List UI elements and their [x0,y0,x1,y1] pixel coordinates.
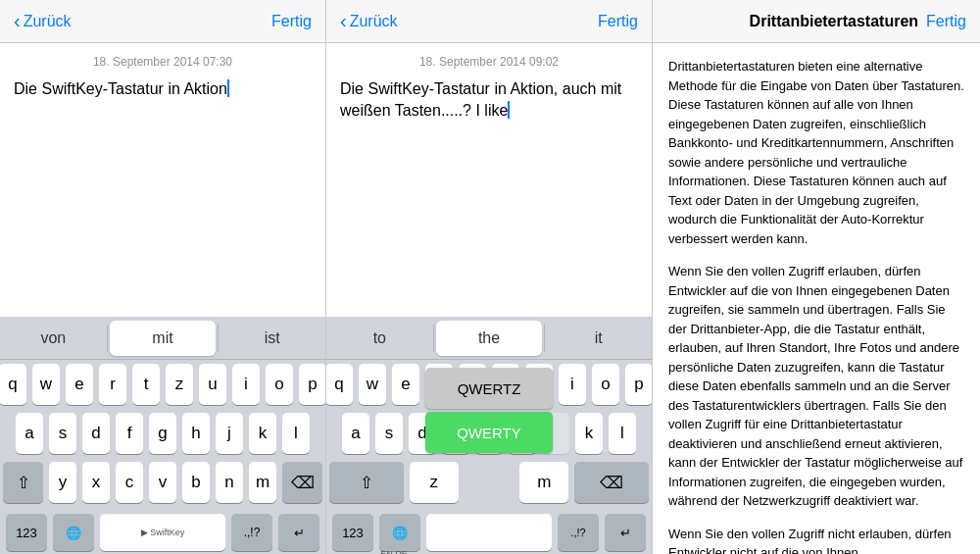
space-key-left[interactable]: ▶ SwiftKey [100,514,225,551]
suggestions-bar-left: von mit ist [0,317,325,360]
shift-key-left[interactable]: ⇧ [3,462,43,503]
key-row-1-left: q w e r t z u i o p [3,364,322,405]
key-m-p[interactable]: p [625,364,653,405]
return-key-middle[interactable]: ↵ [605,514,646,551]
numbers-key-middle[interactable]: 123 [332,514,373,551]
key-x[interactable]: x [82,462,110,503]
done-button-middle[interactable]: Fertig [598,13,638,30]
punct-key-left[interactable]: .,!? [231,514,272,551]
keyboard-rows-left: q w e r t z u i o p a s d f g h j k l [0,360,325,503]
note-text-left: Die SwiftKey-Tastatur in Aktion [14,78,312,100]
key-i[interactable]: i [232,364,260,405]
bottom-bar-left: 123 🌐 ▶ SwiftKey .,!? ↵ [0,511,325,554]
key-v[interactable]: v [149,462,176,503]
key-e[interactable]: e [66,364,93,405]
paragraph-2: Wenn Sie den vollen Zugriff erlauben, dü… [668,262,964,511]
globe-key-middle[interactable]: 🌐 EN DE ▶ SwiftKey [379,514,420,551]
key-m-o[interactable]: o [592,364,619,405]
punct-key-middle[interactable]: .,!? [558,514,599,551]
key-f[interactable]: f [116,413,143,454]
key-k[interactable]: k [249,413,276,454]
swiftkey-logo-left: ▶ SwiftKey [141,528,185,537]
return-key-left[interactable]: ↵ [278,514,319,551]
key-w[interactable]: w [32,364,60,405]
key-m-k[interactable]: k [575,413,603,454]
note-text-middle: Die SwiftKey-Tastatur in Aktion, auch mi… [340,78,638,123]
suggestion-it[interactable]: it [545,317,652,359]
key-a[interactable]: a [16,413,43,454]
suggestion-to[interactable]: to [326,317,433,359]
key-z[interactable]: z [166,364,193,405]
panel-right: Drittanbietertastaturen Fertig Drittanbi… [653,0,980,554]
key-c[interactable]: c [116,462,143,503]
content-area-left: 18. September 2014 07:30 Die SwiftKey-Ta… [0,43,325,317]
done-button-right[interactable]: Fertig [926,13,966,30]
key-h[interactable]: h [182,413,210,454]
globe-key-left[interactable]: 🌐 [53,514,94,551]
key-m-z[interactable]: z [410,462,459,503]
key-m-x[interactable]: m [519,462,568,503]
key-n[interactable]: n [216,462,243,503]
right-content: Drittanbietertastaturen bieten eine alte… [653,43,980,554]
key-g[interactable]: g [149,413,176,454]
key-row-3-left: ⇧ y x c v b n m ⌫ [3,462,322,503]
paragraph-1: Drittanbietertastaturen bieten eine alte… [668,57,964,248]
divider-middle-1 [433,325,434,352]
content-area-middle: 18. September 2014 09:02 Die SwiftKey-Ta… [326,43,652,317]
key-r[interactable]: r [99,364,126,405]
panel-left: ‹ Zurück Fertig 18. September 2014 07:30… [0,0,326,554]
key-m-s[interactable]: s [375,413,403,454]
key-m-q[interactable]: q [326,364,353,405]
nav-bar-left: ‹ Zurück Fertig [0,0,325,43]
key-j[interactable]: j [216,413,243,454]
keyboard-left: von mit ist q w e r t z u i o p [0,317,325,554]
key-m-e[interactable]: e [392,364,419,405]
keyboard-rows-middle: q w e r t y u i o p a s d f g h k l [326,360,652,503]
key-m-l[interactable]: l [609,413,636,454]
delete-key-left[interactable]: ⌫ [282,462,322,503]
back-button-left[interactable]: ‹ Zurück [14,10,72,32]
shift-key-middle[interactable]: ⇧ [329,462,404,503]
lang-qwerty[interactable]: QWERTY [425,412,553,453]
lang-en-de: EN DE ▶ SwiftKey [380,549,418,554]
key-u[interactable]: u [199,364,226,405]
page-title-right: Drittanbietertastaturen [750,13,918,30]
suggestion-mit[interactable]: mit [110,321,217,356]
back-button-middle[interactable]: ‹ Zurück [340,10,398,32]
paragraph-3: Wenn Sie den vollen Zugriff nicht erlaub… [668,525,964,555]
nav-bar-middle: ‹ Zurück Fertig [326,0,652,43]
suggestion-ist[interactable]: ist [219,317,325,359]
key-m[interactable]: m [249,462,276,503]
suggestion-the[interactable]: the [436,321,543,356]
key-q[interactable]: q [0,364,26,405]
delete-key-middle[interactable]: ⌫ [574,462,649,503]
chevron-middle-icon: ‹ [340,10,347,32]
back-label-left: Zurück [24,13,72,30]
key-row-3-middle: ⇧ z QWERTZ QWERTY m ⌫ [329,462,649,503]
numbers-key-left[interactable]: 123 [6,514,47,551]
done-button-left[interactable]: Fertig [271,13,312,30]
suggestion-von[interactable]: von [0,317,107,359]
key-o[interactable]: o [266,364,293,405]
key-l[interactable]: l [282,413,310,454]
key-m-a[interactable]: a [342,413,369,454]
key-p[interactable]: p [299,364,326,405]
key-m-w[interactable]: w [359,364,386,405]
lang-popup: QWERTZ QWERTY [425,368,553,453]
divider-left-1 [107,325,108,352]
globe-popup-container: QWERTZ QWERTY [465,462,514,503]
key-y[interactable]: y [49,462,76,503]
nav-bar-right: Drittanbietertastaturen Fertig [653,0,980,43]
suggestions-bar-middle: to the it [326,317,652,360]
key-t[interactable]: t [132,364,160,405]
key-s[interactable]: s [49,413,76,454]
key-b[interactable]: b [182,462,210,503]
chevron-left-icon: ‹ [14,10,21,32]
key-d[interactable]: d [82,413,110,454]
bottom-bar-middle: 123 🌐 EN DE ▶ SwiftKey .,!? ↵ [326,511,652,554]
lang-qwertz[interactable]: QWERTZ [425,368,553,409]
back-label-middle: Zurück [350,13,398,30]
space-key-middle[interactable] [426,514,552,551]
panel-middle: ‹ Zurück Fertig 18. September 2014 09:02… [326,0,653,554]
key-m-i[interactable]: i [559,364,586,405]
